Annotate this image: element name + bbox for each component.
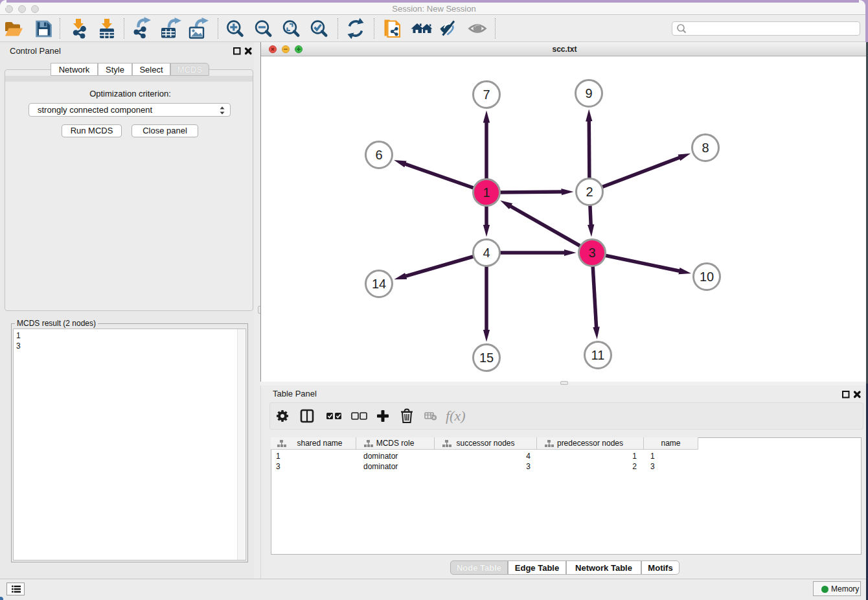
svg-text:3: 3 bbox=[588, 246, 595, 260]
svg-text:7: 7 bbox=[483, 87, 490, 102]
svg-text:14: 14 bbox=[372, 277, 386, 291]
svg-text:9: 9 bbox=[585, 86, 592, 100]
svg-text:6: 6 bbox=[375, 148, 382, 162]
svg-text:11: 11 bbox=[591, 348, 605, 362]
svg-text:8: 8 bbox=[702, 141, 709, 155]
svg-text:10: 10 bbox=[700, 270, 714, 284]
svg-text:15: 15 bbox=[479, 351, 494, 365]
svg-text:2: 2 bbox=[586, 185, 593, 199]
svg-text:4: 4 bbox=[483, 246, 490, 260]
svg-text:f(x): f(x) bbox=[446, 408, 466, 424]
svg-text:1: 1 bbox=[483, 185, 490, 200]
